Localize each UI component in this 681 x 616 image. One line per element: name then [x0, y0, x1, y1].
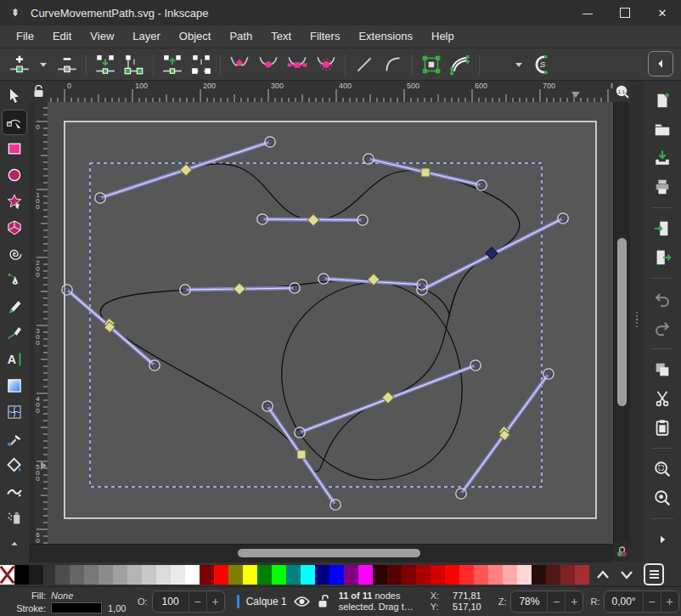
rotation-value[interactable]: 0,00°: [605, 596, 642, 608]
zoom-decrease-button[interactable]: −: [547, 592, 565, 611]
layer-name[interactable]: Calque 1: [246, 596, 287, 608]
palette-swatch[interactable]: [488, 565, 503, 585]
palette-swatch[interactable]: [445, 565, 459, 585]
opacity-value[interactable]: 100: [153, 596, 189, 608]
zoom-value[interactable]: 78%: [511, 596, 547, 608]
palette-swatch[interactable]: [402, 565, 416, 585]
stroke-to-path-button[interactable]: [446, 50, 475, 79]
break-nodes-button[interactable]: [158, 50, 187, 79]
palette-swatch[interactable]: [387, 565, 402, 585]
import-document-button[interactable]: [650, 216, 675, 241]
palette-swatch[interactable]: [171, 565, 185, 585]
palette-swatch[interactable]: [257, 565, 272, 585]
join-nodes-button[interactable]: [91, 50, 120, 79]
make-symmetric-node-button[interactable]: [283, 50, 312, 79]
palette-swatch[interactable]: [243, 565, 257, 585]
rotation-increase-button[interactable]: +: [661, 592, 678, 611]
palette-swatch[interactable]: [474, 565, 488, 585]
save-document-button[interactable]: [650, 145, 675, 171]
stroke-swatch[interactable]: [51, 602, 102, 613]
menu-filters[interactable]: Filters: [301, 25, 349, 48]
layer-visibility-icon[interactable]: [294, 596, 310, 608]
zoom-to-selection-button[interactable]: [650, 456, 675, 482]
new-document-button[interactable]: [650, 88, 675, 113]
dropper-tool[interactable]: [3, 427, 26, 450]
print-document-button[interactable]: [650, 174, 675, 200]
rotation-decrease-button[interactable]: −: [643, 592, 661, 611]
tweak-tool[interactable]: [3, 479, 26, 503]
palette-swatch[interactable]: [329, 565, 344, 585]
cut-button[interactable]: [650, 386, 675, 411]
make-curve-segment-button[interactable]: [379, 50, 408, 79]
more-tools[interactable]: [3, 532, 26, 556]
palette-swatch[interactable]: [113, 565, 127, 585]
palette-swatch[interactable]: [286, 565, 301, 585]
menu-help[interactable]: Help: [422, 25, 464, 48]
palette-swatch[interactable]: [416, 565, 431, 585]
menu-path[interactable]: Path: [220, 25, 262, 48]
palette-swatch-none[interactable]: [0, 565, 14, 585]
palette-swatch[interactable]: [560, 565, 575, 585]
menu-edit[interactable]: Edit: [43, 25, 81, 48]
rectangle-tool[interactable]: [3, 137, 26, 161]
palette-scroll-down-icon[interactable]: [620, 569, 633, 579]
dock-handle[interactable]: ⋮⋮: [630, 313, 644, 333]
paint-bucket-tool[interactable]: [3, 453, 26, 477]
more-commands-button[interactable]: [650, 527, 675, 552]
palette-swatch[interactable]: [575, 565, 589, 585]
zoom-to-drawing-button[interactable]: [650, 485, 675, 511]
palette-swatch[interactable]: [431, 565, 445, 585]
palette-swatch[interactable]: [84, 565, 98, 585]
minimize-button[interactable]: —: [569, 0, 606, 25]
join-nodes-with-segment-button[interactable]: [120, 50, 149, 79]
redo-button[interactable]: [650, 315, 675, 341]
palette-swatch[interactable]: [532, 565, 546, 585]
menu-file[interactable]: File: [7, 25, 43, 48]
path-node[interactable]: [297, 450, 306, 459]
delete-node-button[interactable]: [53, 50, 82, 79]
text-tool[interactable]: A: [3, 348, 26, 371]
horizontal-ruler[interactable]: 0100200300400500600700800: [48, 81, 613, 102]
export-document-button[interactable]: [650, 245, 675, 270]
menu-layer[interactable]: Layer: [123, 25, 170, 48]
make-line-segment-button[interactable]: [350, 50, 379, 79]
horizontal-scrollbar-thumb[interactable]: [238, 549, 420, 557]
palette-swatch[interactable]: [142, 565, 156, 585]
color-managed-view-icon[interactable]: [613, 541, 630, 562]
close-button[interactable]: ✕: [644, 0, 681, 25]
opacity-increase-button[interactable]: +: [206, 592, 224, 611]
insert-node-button[interactable]: [5, 50, 34, 79]
palette-swatch[interactable]: [29, 565, 43, 585]
selector-tool[interactable]: [3, 84, 26, 108]
palette-swatch[interactable]: [358, 565, 373, 585]
palette-swatch[interactable]: [272, 565, 286, 585]
stroke-width-value[interactable]: 1,00: [108, 603, 126, 613]
make-auto-smooth-node-button[interactable]: [312, 50, 340, 79]
calligraphy-tool[interactable]: [3, 321, 26, 345]
spiral-tool[interactable]: [3, 242, 26, 266]
palette-swatch[interactable]: [14, 565, 29, 585]
vertical-scrollbar-thumb[interactable]: [617, 238, 627, 406]
spray-tool[interactable]: [3, 506, 26, 529]
palette-menu-icon[interactable]: [644, 563, 664, 585]
node-tool[interactable]: [3, 110, 26, 134]
horizontal-scrollbar[interactable]: [29, 544, 613, 562]
palette-swatch[interactable]: [214, 565, 228, 585]
undo-button[interactable]: [650, 286, 675, 312]
coords-dropdown-button[interactable]: [509, 50, 528, 79]
ellipse-tool[interactable]: [3, 163, 26, 187]
menu-object[interactable]: Object: [170, 25, 221, 48]
palette-swatch[interactable]: [344, 565, 358, 585]
palette-swatch[interactable]: [228, 565, 243, 585]
palette-swatch[interactable]: [517, 565, 532, 585]
menu-text[interactable]: Text: [262, 25, 301, 48]
pen-tool[interactable]: [3, 268, 26, 292]
box-3d-tool[interactable]: [3, 216, 26, 240]
mesh-gradient-tool[interactable]: [3, 400, 26, 424]
palette-swatch[interactable]: [503, 565, 517, 585]
palette-scroll-up-icon[interactable]: [596, 569, 610, 579]
make-smooth-node-button[interactable]: [254, 50, 283, 79]
insert-node-dropdown-button[interactable]: [34, 50, 53, 79]
maximize-button[interactable]: [606, 0, 644, 25]
vertical-scrollbar[interactable]: [613, 102, 630, 544]
